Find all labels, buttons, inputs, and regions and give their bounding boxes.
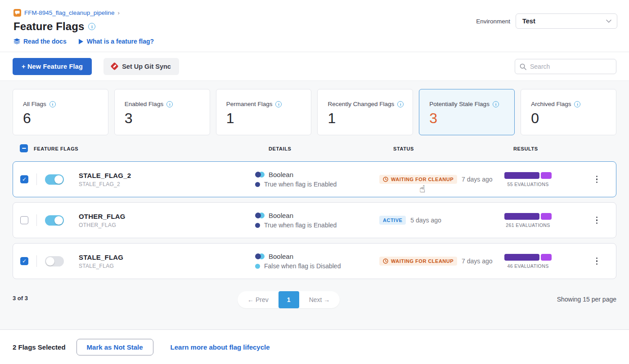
new-feature-flag-button[interactable]: + New Feature Flag	[13, 58, 92, 75]
read-the-docs-link[interactable]: Read the docs	[13, 38, 67, 45]
info-icon[interactable]: i	[275, 101, 282, 107]
info-icon[interactable]: i	[574, 101, 580, 107]
stat-label: Potentially Stale Flags	[429, 101, 490, 107]
status-label: WAITING FOR CLEANUP	[391, 177, 454, 182]
info-icon[interactable]: i	[493, 101, 499, 107]
variation-dot-icon	[255, 264, 260, 269]
what-is-feature-flag-link[interactable]: What is a feature flag?	[78, 38, 154, 45]
evaluations-bar	[504, 213, 552, 220]
status-label: WAITING FOR CLEANUP	[391, 258, 454, 264]
table-header: FEATURE FLAGS DETAILS STATUS RESULTS	[13, 135, 616, 161]
mark-as-not-stale-button[interactable]: Mark as Not Stale	[76, 339, 153, 355]
stat-value: 6	[23, 111, 108, 125]
row-options-menu[interactable]	[587, 217, 607, 224]
stat-card-recently-changed-flags[interactable]: Recently Changed Flags i 1	[317, 89, 413, 135]
flag-row-stale-flag[interactable]: ✓ STALE_FLAG STALE_FLAG Boolean False wh…	[13, 243, 616, 279]
flag-type: Boolean	[269, 171, 293, 178]
git-sync-button[interactable]: Set Up Git Sync	[103, 58, 179, 75]
stat-value: 3	[125, 111, 210, 125]
stat-value: 1	[226, 111, 311, 125]
evaluations-bar	[504, 254, 552, 261]
variation-dot-icon	[255, 182, 260, 187]
environment-label: Environment	[476, 18, 510, 25]
toolbar: + New Feature Flag Set Up Git Sync	[0, 52, 629, 81]
next-page-button[interactable]: Next →	[299, 296, 340, 303]
boolean-type-icon	[255, 172, 265, 178]
flag-toggle[interactable]	[45, 256, 64, 266]
status-badge-waiting-for-cleanup[interactable]: WAITING FOR CLEANUP	[379, 175, 457, 184]
row-checkbox[interactable]: ✓	[20, 257, 28, 265]
feature-flags-page: FFM-8945_flag_cleanup_pipeline › Feature…	[0, 0, 629, 364]
flag-type: Boolean	[269, 253, 293, 260]
row-checkbox[interactable]	[20, 216, 28, 224]
boolean-type-icon	[255, 253, 265, 260]
bar-segment-dark	[504, 254, 539, 261]
status-age: 5 days ago	[410, 217, 441, 224]
prev-page-button[interactable]: ← Prev	[238, 296, 279, 303]
per-page-indicator: Showing 15 per page	[557, 296, 616, 303]
page-number-1[interactable]: 1	[279, 291, 299, 308]
flag-name: STALE_FLAG_2	[79, 172, 255, 179]
stat-label: Archived Flags	[531, 101, 571, 107]
evaluations-bar	[504, 172, 552, 179]
bar-segment-light	[541, 172, 552, 179]
status-age: 7 days ago	[462, 176, 493, 183]
stat-card-all-flags[interactable]: All Flags i 6	[13, 89, 108, 135]
flag-row-stale-flag-2[interactable]: ✓ STALE_FLAG_2 STALE_FLAG_2 Boolean True…	[13, 161, 616, 197]
git-icon	[110, 62, 118, 70]
read-the-docs-label: Read the docs	[23, 38, 67, 45]
environment-select[interactable]: Test	[516, 13, 617, 29]
stat-value: 3	[429, 111, 514, 125]
bar-segment-light	[541, 213, 552, 220]
bar-segment-light	[541, 254, 552, 261]
stat-label: Recently Changed Flags	[328, 101, 394, 107]
chevron-down-icon	[606, 19, 611, 23]
status-age: 7 days ago	[462, 257, 493, 265]
flag-variation-detail: False when flag is Disabled	[264, 262, 341, 270]
search-icon	[520, 63, 526, 70]
search-box[interactable]	[515, 59, 616, 74]
row-checkbox[interactable]: ✓	[20, 175, 28, 183]
select-all-checkbox[interactable]	[20, 144, 28, 152]
stat-card-potentially-stale-flags[interactable]: Potentially Stale Flags i 3	[419, 89, 515, 135]
row-options-menu[interactable]	[587, 176, 607, 183]
git-sync-label: Set Up Git Sync	[122, 63, 171, 70]
info-icon[interactable]: i	[397, 101, 404, 107]
info-icon[interactable]: i	[49, 101, 56, 107]
project-icon	[13, 9, 21, 17]
row-count: 3 of 3	[13, 295, 28, 302]
stat-card-enabled-flags[interactable]: Enabled Flags i 3	[114, 89, 210, 135]
column-header-details: DETAILS	[269, 146, 291, 151]
divider	[36, 173, 37, 185]
flag-toggle[interactable]	[45, 174, 64, 185]
what-is-feature-flag-label: What is a feature flag?	[87, 38, 154, 45]
page-header: FFM-8945_flag_cleanup_pipeline › Feature…	[0, 0, 629, 52]
status-label: ACTIVE	[383, 218, 402, 223]
info-icon[interactable]: i	[166, 101, 173, 107]
search-input[interactable]	[530, 63, 611, 70]
divider	[36, 255, 37, 267]
flag-name: STALE_FLAG	[79, 253, 255, 261]
flag-variation-detail: True when flag is Enabled	[264, 181, 337, 188]
selected-count-label: 2 Flags Selected	[13, 343, 66, 351]
stat-cards: All Flags i 6 Enabled Flags i 3 Permanen…	[13, 89, 616, 135]
stat-card-permanent-flags[interactable]: Permanent Flags i 1	[216, 89, 312, 135]
clock-icon	[383, 177, 388, 182]
title-info-icon[interactable]: i	[88, 23, 95, 30]
status-badge-waiting-for-cleanup[interactable]: WAITING FOR CLEANUP	[379, 257, 457, 266]
column-header-feature-flags: FEATURE FLAGS	[34, 146, 78, 151]
stat-value: 0	[531, 111, 616, 125]
breadcrumb-project-link[interactable]: FFM-8945_flag_cleanup_pipeline	[24, 9, 114, 16]
pagination: 3 of 3 ← Prev 1 Next → Showing 15 per pa…	[13, 284, 616, 315]
flag-toggle[interactable]	[45, 215, 64, 226]
stat-label: All Flags	[23, 101, 46, 107]
column-header-status: STATUS	[393, 146, 414, 151]
flag-row-other-flag[interactable]: OTHER_FLAG OTHER_FLAG Boolean True when …	[13, 202, 616, 238]
stat-card-archived-flags[interactable]: Archived Flags i 0	[521, 89, 616, 135]
status-badge-active[interactable]: ACTIVE	[379, 216, 406, 225]
flag-lifecycle-link[interactable]: Learn more about flag lifecycle	[171, 343, 270, 351]
bar-segment-dark	[504, 213, 539, 220]
stat-value: 1	[328, 111, 413, 125]
page-title: Feature Flags	[13, 20, 84, 33]
row-options-menu[interactable]	[587, 257, 607, 265]
